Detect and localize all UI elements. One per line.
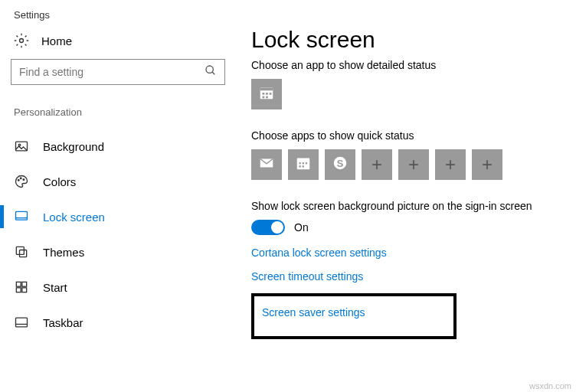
svg-point-7 xyxy=(23,179,25,181)
brush-icon xyxy=(14,244,29,260)
nav-label: Start xyxy=(43,281,67,294)
svg-rect-30 xyxy=(299,165,301,167)
svg-point-1 xyxy=(206,66,213,73)
plus-icon: + xyxy=(445,155,456,174)
page-title: Lock screen xyxy=(251,27,532,53)
monitor-icon xyxy=(14,209,29,224)
svg-rect-19 xyxy=(260,88,273,91)
svg-line-2 xyxy=(212,72,214,74)
calendar-icon xyxy=(258,84,275,104)
nav-label: Background xyxy=(43,140,104,153)
svg-rect-27 xyxy=(299,162,301,164)
toggle-state-label: On xyxy=(294,221,309,234)
link-timeout-settings[interactable]: Screen timeout settings xyxy=(251,270,363,283)
home-button[interactable]: Home xyxy=(11,27,245,59)
svg-rect-21 xyxy=(266,93,268,95)
svg-rect-31 xyxy=(303,165,304,167)
svg-point-0 xyxy=(20,39,24,43)
watermark: wsxdn.com xyxy=(529,381,571,390)
main-content: Lock screen Choose an app to show detail… xyxy=(245,27,538,340)
svg-rect-24 xyxy=(266,96,268,99)
svg-rect-23 xyxy=(263,96,265,99)
svg-rect-22 xyxy=(270,93,272,95)
link-cortana-settings[interactable]: Cortana lock screen settings xyxy=(251,247,387,259)
nav-label: Lock screen xyxy=(43,211,105,224)
sidebar-item-themes[interactable]: Themes xyxy=(11,234,245,270)
svg-rect-12 xyxy=(16,282,21,286)
plus-icon: + xyxy=(371,155,382,174)
quick-status-app-mail[interactable] xyxy=(251,149,282,180)
sidebar: Home Personalization Background xyxy=(0,27,245,340)
svg-rect-13 xyxy=(22,282,27,286)
taskbar-icon xyxy=(14,315,29,330)
svg-point-5 xyxy=(18,180,19,181)
calendar-icon xyxy=(295,155,312,175)
nav-label: Taskbar xyxy=(43,316,83,329)
detailed-status-app-calendar[interactable] xyxy=(251,79,282,109)
detailed-status-caption: Choose an app to show detailed status xyxy=(251,59,532,71)
quick-status-caption: Choose apps to show quick status xyxy=(251,129,532,142)
sidebar-item-background[interactable]: Background xyxy=(11,129,245,164)
quick-status-app-skype[interactable]: S xyxy=(325,149,355,180)
home-label: Home xyxy=(41,34,72,47)
search-input[interactable] xyxy=(11,59,225,85)
svg-point-6 xyxy=(20,178,21,179)
svg-rect-15 xyxy=(22,288,27,292)
quick-status-add-slot[interactable]: + xyxy=(398,149,429,180)
quick-status-add-slot[interactable]: + xyxy=(362,149,392,180)
svg-rect-20 xyxy=(263,93,265,95)
search-field[interactable] xyxy=(19,66,205,78)
quick-status-app-calendar[interactable] xyxy=(288,149,319,180)
picture-icon xyxy=(14,139,29,154)
svg-rect-16 xyxy=(16,318,28,327)
sidebar-item-lock-screen[interactable]: Lock screen xyxy=(11,199,245,234)
quick-status-add-slot[interactable]: + xyxy=(435,149,466,180)
plus-icon: + xyxy=(408,155,419,174)
search-icon xyxy=(205,64,217,80)
window-title: Settings xyxy=(0,0,576,27)
svg-rect-28 xyxy=(303,162,304,164)
sidebar-item-taskbar[interactable]: Taskbar xyxy=(11,305,245,340)
gear-icon xyxy=(14,33,29,48)
sidebar-item-colors[interactable]: Colors xyxy=(11,164,245,199)
plus-icon: + xyxy=(482,155,493,174)
palette-icon xyxy=(14,174,29,189)
mail-icon xyxy=(258,155,275,175)
highlighted-box: Screen saver settings xyxy=(251,293,457,339)
sidebar-item-start[interactable]: Start xyxy=(11,270,245,305)
quick-status-add-slot[interactable]: + xyxy=(472,149,502,180)
svg-text:S: S xyxy=(337,158,344,169)
nav-label: Colors xyxy=(43,175,76,188)
svg-rect-14 xyxy=(16,288,21,292)
nav-label: Themes xyxy=(43,246,84,259)
signin-picture-toggle[interactable] xyxy=(251,220,285,235)
svg-rect-8 xyxy=(16,211,28,220)
link-screensaver-settings[interactable]: Screen saver settings xyxy=(262,306,365,318)
grid-icon xyxy=(14,279,29,295)
signin-picture-caption: Show lock screen background picture on t… xyxy=(251,200,532,212)
svg-rect-29 xyxy=(306,162,307,164)
svg-rect-10 xyxy=(16,247,24,254)
svg-rect-11 xyxy=(20,250,27,257)
section-header: Personalization xyxy=(11,106,245,118)
skype-icon: S xyxy=(332,155,349,175)
